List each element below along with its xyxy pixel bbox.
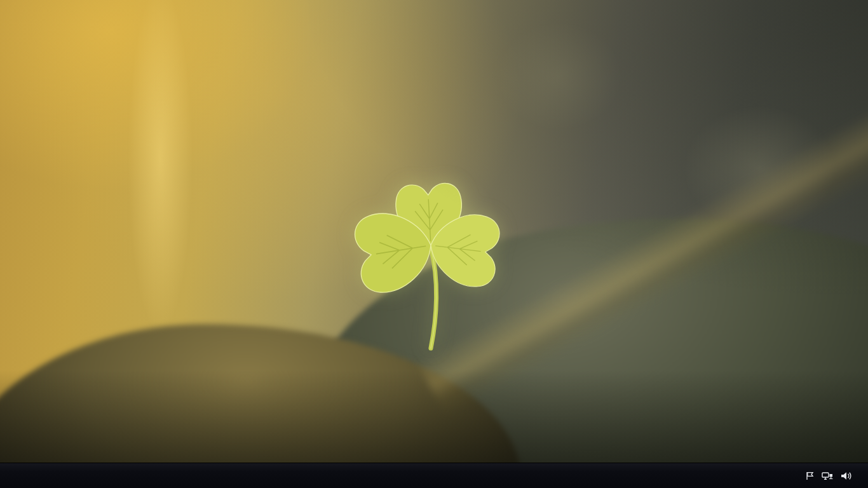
desktop-wallpaper bbox=[0, 0, 868, 463]
desktop-icons bbox=[0, 0, 868, 463]
taskbar bbox=[0, 463, 868, 488]
screen bbox=[0, 0, 868, 488]
network-icon[interactable] bbox=[821, 471, 834, 481]
taskbar-apps bbox=[0, 463, 8, 488]
system-tray bbox=[787, 463, 868, 488]
action-center-flag-icon[interactable] bbox=[804, 471, 815, 481]
volume-icon[interactable] bbox=[840, 471, 853, 481]
